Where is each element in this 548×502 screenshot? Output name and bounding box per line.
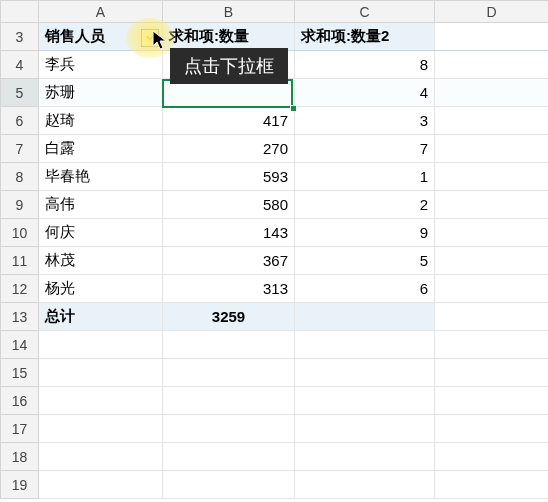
cell-qty2[interactable]: 6 — [295, 275, 435, 303]
cell[interactable] — [435, 471, 549, 499]
cell[interactable] — [295, 359, 435, 387]
cell-qty2[interactable]: 2 — [295, 191, 435, 219]
cell[interactable] — [163, 387, 295, 415]
cell[interactable] — [163, 471, 295, 499]
cell-qty2[interactable]: 1 — [295, 163, 435, 191]
filter-dropdown-button[interactable] — [141, 29, 159, 47]
cell[interactable] — [435, 107, 549, 135]
cell[interactable] — [295, 443, 435, 471]
header-sum-qty2[interactable]: 求和项:数量2 — [295, 23, 435, 51]
cell[interactable] — [435, 443, 549, 471]
row-header[interactable]: 14 — [1, 331, 39, 359]
cell[interactable] — [435, 163, 549, 191]
cell-name[interactable]: 李兵 — [39, 51, 163, 79]
row-header[interactable]: 4 — [1, 51, 39, 79]
row-header[interactable]: 8 — [1, 163, 39, 191]
cell[interactable] — [39, 443, 163, 471]
row-header[interactable]: 12 — [1, 275, 39, 303]
table-row: 11 林茂 367 5 — [1, 247, 549, 275]
table-header-row: 3 销售人员 求和项:数量 求和项:数量2 — [1, 23, 549, 51]
cell[interactable] — [163, 331, 295, 359]
table-row: 19 — [1, 471, 549, 499]
cell-name[interactable]: 高伟 — [39, 191, 163, 219]
cell[interactable] — [435, 191, 549, 219]
row-header[interactable]: 9 — [1, 191, 39, 219]
cell-qty2[interactable]: 9 — [295, 219, 435, 247]
row-header[interactable]: 5 — [1, 79, 39, 107]
col-header-c[interactable]: C — [295, 1, 435, 23]
row-header[interactable]: 18 — [1, 443, 39, 471]
cell-name[interactable]: 何庆 — [39, 219, 163, 247]
cell-qty[interactable]: 313 — [163, 275, 295, 303]
cell[interactable] — [295, 331, 435, 359]
row-header[interactable]: 6 — [1, 107, 39, 135]
col-header-b[interactable]: B — [163, 1, 295, 23]
cell[interactable] — [435, 275, 549, 303]
table-row: 15 — [1, 359, 549, 387]
cell[interactable] — [39, 471, 163, 499]
cell[interactable] — [435, 51, 549, 79]
cell[interactable] — [295, 387, 435, 415]
cell[interactable] — [435, 79, 549, 107]
col-header-d[interactable]: D — [435, 1, 549, 23]
corner-cell[interactable] — [1, 1, 39, 23]
cell[interactable] — [435, 331, 549, 359]
table-row: 12 杨光 313 6 — [1, 275, 549, 303]
table-total-row: 13 总计 3259 — [1, 303, 549, 331]
row-header[interactable]: 13 — [1, 303, 39, 331]
cell[interactable] — [295, 415, 435, 443]
cell[interactable] — [295, 471, 435, 499]
cell-name[interactable]: 苏珊 — [39, 79, 163, 107]
total-qty2[interactable] — [295, 303, 435, 331]
cell[interactable] — [435, 387, 549, 415]
column-header-row: A B C D — [1, 1, 549, 23]
cell-qty2[interactable]: 3 — [295, 107, 435, 135]
row-header[interactable]: 7 — [1, 135, 39, 163]
cell-name[interactable]: 赵琦 — [39, 107, 163, 135]
cell[interactable] — [435, 303, 549, 331]
cell[interactable] — [39, 359, 163, 387]
cell-qty2[interactable]: 7 — [295, 135, 435, 163]
cell[interactable] — [39, 331, 163, 359]
cell-name[interactable]: 杨光 — [39, 275, 163, 303]
cell[interactable] — [435, 135, 549, 163]
total-qty[interactable]: 3259 — [163, 303, 295, 331]
cell-qty[interactable]: 143 — [163, 219, 295, 247]
row-header[interactable]: 3 — [1, 23, 39, 51]
cell[interactable] — [163, 359, 295, 387]
cell-qty2[interactable]: 4 — [295, 79, 435, 107]
cell[interactable] — [435, 23, 549, 51]
header-sum-qty[interactable]: 求和项:数量 — [163, 23, 295, 51]
row-header[interactable]: 10 — [1, 219, 39, 247]
row-header[interactable]: 16 — [1, 387, 39, 415]
col-header-a[interactable]: A — [39, 1, 163, 23]
row-header[interactable]: 11 — [1, 247, 39, 275]
cell[interactable] — [163, 443, 295, 471]
cell-qty[interactable]: 367 — [163, 247, 295, 275]
row-header[interactable]: 19 — [1, 471, 39, 499]
cell[interactable] — [435, 219, 549, 247]
cell-name[interactable]: 毕春艳 — [39, 163, 163, 191]
cell-qty2[interactable]: 5 — [295, 247, 435, 275]
table-row: 7 白露 270 7 — [1, 135, 549, 163]
table-row: 16 — [1, 387, 549, 415]
cell[interactable] — [435, 359, 549, 387]
fill-handle[interactable] — [290, 105, 297, 112]
total-label[interactable]: 总计 — [39, 303, 163, 331]
cell[interactable] — [435, 247, 549, 275]
cell-qty[interactable]: 417 — [163, 107, 295, 135]
cell-qty2[interactable]: 8 — [295, 51, 435, 79]
row-header[interactable]: 15 — [1, 359, 39, 387]
cell-qty[interactable]: 593 — [163, 163, 295, 191]
cell[interactable] — [39, 415, 163, 443]
cell[interactable] — [39, 387, 163, 415]
cell-name[interactable]: 白露 — [39, 135, 163, 163]
cell[interactable] — [163, 415, 295, 443]
cell-qty[interactable]: 270 — [163, 135, 295, 163]
instruction-tooltip: 点击下拉框 — [170, 48, 288, 84]
cell-qty[interactable]: 580 — [163, 191, 295, 219]
row-header[interactable]: 17 — [1, 415, 39, 443]
cell-name[interactable]: 林茂 — [39, 247, 163, 275]
table-row: 9 高伟 580 2 — [1, 191, 549, 219]
cell[interactable] — [435, 415, 549, 443]
